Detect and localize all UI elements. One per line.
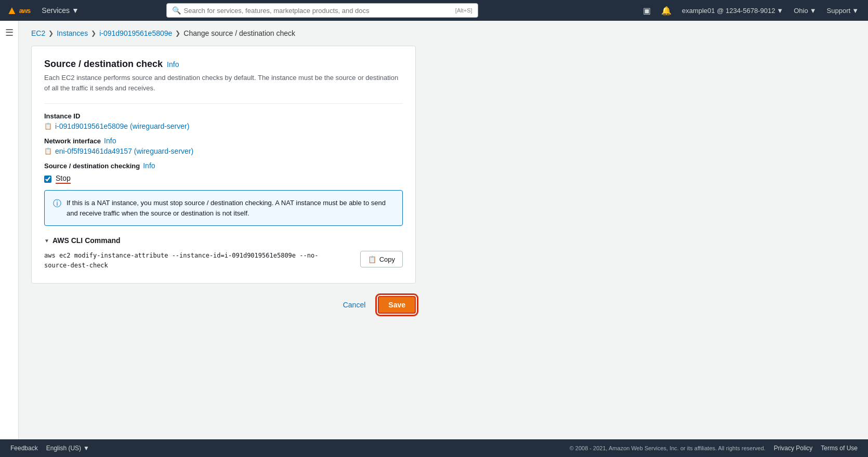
network-interface-label-row: Network interface Info — [44, 137, 403, 145]
region-label: Ohio — [794, 7, 808, 15]
terms-of-use-link[interactable]: Terms of Use — [821, 445, 858, 452]
main-content: EC2 ❯ Instances ❯ i-091d9019561e5809e ❯ … — [19, 21, 868, 439]
search-input[interactable] — [184, 7, 452, 15]
nav-support-button[interactable]: Support ▼ — [824, 0, 862, 21]
breadcrumb-sep-3: ❯ — [175, 30, 180, 37]
footer: Feedback English (US) ▼ © 2008 - 2021, A… — [0, 439, 868, 457]
breadcrumb-current-page: Change source / destination check — [183, 29, 295, 37]
form-card: Source / destination check Info Each EC2… — [31, 46, 416, 284]
card-title-row: Source / destination check Info — [44, 59, 403, 70]
nav-account-button[interactable]: example01 @ 1234-5678-9012 ▼ — [679, 0, 786, 21]
save-button[interactable]: Save — [378, 296, 416, 314]
cli-code-line2: source-dest-check — [44, 261, 354, 271]
cli-triangle-icon: ▼ — [44, 238, 49, 244]
services-label: Services — [42, 6, 70, 15]
breadcrumb-sep-2: ❯ — [91, 30, 96, 37]
nat-info-text: If this is a NAT instance, you must stop… — [67, 198, 394, 218]
region-chevron-icon: ▼ — [810, 7, 817, 15]
network-interface-text: eni-0f5f919461da49157 (wireguard-server) — [55, 147, 193, 155]
info-circle-icon: ⓘ — [53, 198, 61, 209]
cli-code-block: aws ec2 modify-instance-attribute --inst… — [44, 251, 354, 271]
card-title-text: Source / destination check — [44, 59, 163, 70]
stop-checkbox-row: Stop — [44, 174, 403, 184]
copy-icon: 📋 — [368, 256, 376, 263]
search-bar: 🔍 [Alt+S] — [166, 3, 478, 18]
breadcrumb-sep-1: ❯ — [48, 30, 54, 37]
cancel-button[interactable]: Cancel — [337, 298, 372, 312]
search-shortcut: [Alt+S] — [455, 7, 472, 14]
nav-cloud9-icon[interactable]: ▣ — [640, 0, 654, 21]
top-nav: ▲ aws Services ▼ 🔍 [Alt+S] ▣ 🔔 example01… — [0, 0, 868, 21]
footer-left: Feedback English (US) ▼ — [10, 445, 89, 452]
sidebar: ☰ — [0, 21, 19, 439]
aws-logo-text: ▲ — [6, 4, 17, 17]
cloud9-icon: ▣ — [643, 6, 651, 16]
account-chevron-icon: ▼ — [777, 7, 783, 15]
breadcrumb-instances[interactable]: Instances — [57, 29, 88, 37]
bell-icon: 🔔 — [661, 6, 672, 16]
src-dest-info-link[interactable]: Info — [143, 162, 155, 170]
privacy-policy-link[interactable]: Privacy Policy — [774, 445, 813, 452]
feedback-link[interactable]: Feedback — [10, 445, 38, 452]
cli-command-row: aws ec2 modify-instance-attribute --inst… — [44, 251, 403, 271]
cli-section-toggle[interactable]: ▼ AWS CLI Command — [44, 236, 403, 245]
copy-label: Copy — [379, 256, 395, 263]
instance-id-label: Instance ID — [44, 112, 403, 120]
copy-small-icon: 📋 — [44, 123, 52, 130]
services-menu-button[interactable]: Services ▼ — [38, 0, 82, 21]
nav-region-button[interactable]: Ohio ▼ — [791, 0, 819, 21]
src-dest-label-text: Source / destination checking — [44, 162, 140, 170]
language-label: English (US) — [46, 445, 81, 452]
aws-text: aws — [19, 7, 31, 15]
instance-id-value[interactable]: 📋 i-091d9019561e5809e (wireguard-server) — [44, 122, 403, 130]
action-buttons-row: Cancel Save — [31, 296, 416, 314]
aws-logo: ▲ aws — [6, 4, 30, 17]
nat-info-box: ⓘ If this is a NAT instance, you must st… — [44, 190, 403, 226]
footer-right: © 2008 - 2021, Amazon Web Services, Inc.… — [570, 445, 858, 452]
support-chevron-icon: ▼ — [852, 7, 859, 15]
breadcrumb-ec2[interactable]: EC2 — [31, 29, 45, 37]
copy-small-icon-2: 📋 — [44, 147, 52, 155]
title-info-link[interactable]: Info — [167, 60, 179, 69]
hamburger-menu-button[interactable]: ☰ — [3, 25, 16, 41]
cli-code-line1: aws ec2 modify-instance-attribute --inst… — [44, 251, 354, 261]
breadcrumb: EC2 ❯ Instances ❯ i-091d9019561e5809e ❯ … — [31, 29, 856, 37]
language-chevron-icon: ▼ — [83, 445, 89, 452]
network-interface-info-link[interactable]: Info — [104, 137, 116, 145]
nav-right: ▣ 🔔 example01 @ 1234-5678-9012 ▼ Ohio ▼ … — [640, 0, 862, 21]
search-icon: 🔍 — [172, 6, 181, 15]
card-description: Each EC2 instance performs source and de… — [44, 73, 403, 93]
nav-bell-button[interactable]: 🔔 — [658, 0, 675, 21]
stop-label: Stop — [56, 174, 71, 184]
src-dest-label-row: Source / destination checking Info — [44, 162, 403, 170]
network-interface-label-text: Network interface — [44, 137, 101, 145]
network-interface-value[interactable]: 📋 eni-0f5f919461da49157 (wireguard-serve… — [44, 147, 403, 155]
copy-button[interactable]: 📋 Copy — [360, 251, 403, 267]
divider-1 — [44, 103, 403, 104]
services-chevron-icon: ▼ — [72, 6, 79, 15]
breadcrumb-instance-id[interactable]: i-091d9019561e5809e — [99, 29, 172, 37]
account-label: example01 @ 1234-5678-9012 — [682, 7, 775, 15]
stop-checkbox[interactable] — [44, 176, 51, 183]
copyright-text: © 2008 - 2021, Amazon Web Services, Inc.… — [570, 445, 766, 451]
support-label: Support — [827, 7, 851, 15]
content-area: ☰ EC2 ❯ Instances ❯ i-091d9019561e5809e … — [0, 21, 868, 439]
cli-section-label: AWS CLI Command — [52, 236, 121, 245]
cli-section: ▼ AWS CLI Command aws ec2 modify-instanc… — [44, 236, 403, 271]
instance-id-text: i-091d9019561e5809e (wireguard-server) — [55, 122, 189, 130]
language-selector[interactable]: English (US) ▼ — [46, 445, 89, 452]
